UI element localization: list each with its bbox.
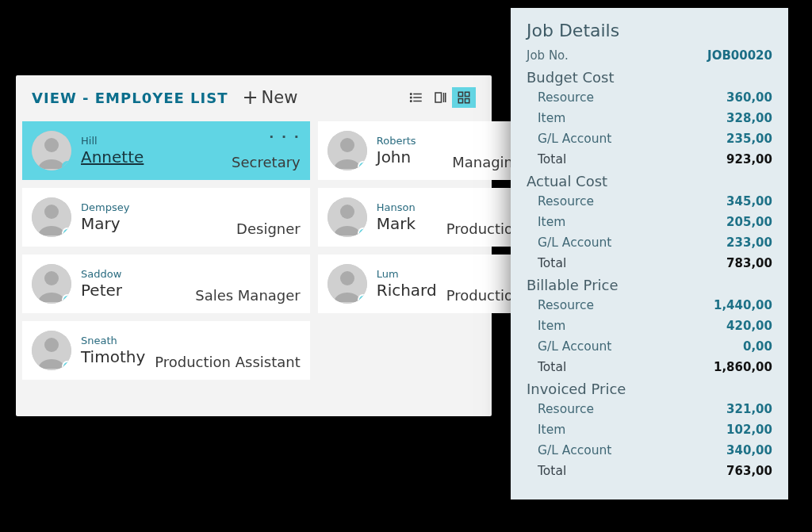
employee-firstname: Peter	[81, 281, 122, 300]
detail-row: G/L Account 233,00	[527, 232, 772, 253]
employee-list-panel: VIEW - EMPL0YEE LIST + New	[16, 75, 492, 416]
employee-card[interactable]: Dempsey Mary Designer	[22, 188, 310, 247]
detail-total-row: Total 1,860,00	[527, 357, 772, 377]
detail-key: G/L Account	[527, 235, 611, 250]
detail-value[interactable]: 340,00	[726, 443, 772, 457]
presence-icon	[62, 294, 71, 304]
detail-total-row: Total 763,00	[527, 461, 772, 481]
section-label: Actual Cost	[527, 173, 772, 189]
svg-rect-10	[465, 92, 469, 96]
detail-total-value: 783,00	[726, 256, 772, 270]
list-title: VIEW - EMPL0YEE LIST	[32, 90, 228, 106]
detail-row: Item 328,00	[527, 108, 772, 128]
view-grid-icon[interactable]	[452, 87, 476, 108]
presence-icon	[62, 161, 71, 170]
section-label: Billable Price	[527, 277, 772, 293]
avatar	[327, 264, 367, 304]
job-details-panel: Job Details Job No. JOB00020 Budget Cost…	[511, 8, 788, 499]
svg-point-24	[340, 271, 354, 285]
employee-card[interactable]: Sneath Timothy Production Assistant	[22, 321, 310, 380]
detail-row: Resource 1,440,00	[527, 295, 772, 316]
detail-key: G/L Account	[527, 339, 611, 354]
employee-grid: . . . Hill Annette Secretary Roberts Joh…	[16, 117, 492, 385]
employee-name: Sneath Timothy	[81, 335, 145, 366]
svg-rect-6	[435, 93, 442, 102]
detail-value[interactable]: 235,00	[726, 132, 772, 146]
avatar	[32, 197, 71, 237]
detail-key: Item	[527, 215, 565, 229]
avatar	[32, 131, 71, 170]
employee-name: Saddow Peter	[81, 268, 122, 300]
employee-role: Secretary	[232, 154, 301, 174]
employee-firstname: Richard	[377, 281, 437, 300]
employee-lastname: Roberts	[377, 135, 416, 147]
employee-firstname: John	[377, 147, 416, 166]
employee-role: Production Assistant	[155, 354, 301, 373]
detail-total-value: 1,860,00	[714, 360, 772, 374]
employee-card[interactable]: . . . Hill Annette Secretary	[22, 121, 310, 180]
new-button[interactable]: + New	[242, 86, 297, 109]
detail-row: Item 205,00	[527, 212, 772, 232]
employee-card[interactable]: Hanson Mark Production	[318, 188, 532, 247]
employee-role: Sales Manager	[195, 287, 301, 307]
detail-value[interactable]: 360,00	[726, 90, 772, 105]
detail-row: G/L Account 235,00	[527, 128, 772, 149]
jobno-label: Job No.	[527, 48, 569, 63]
employee-name: Dempsey Mary	[81, 201, 129, 233]
detail-value[interactable]: 345,00	[726, 194, 772, 209]
presence-icon	[62, 228, 71, 237]
detail-total-row: Total 783,00	[527, 253, 772, 274]
detail-key: Item	[527, 111, 565, 125]
detail-row: Item 102,00	[527, 419, 772, 440]
presence-icon	[358, 161, 367, 170]
employee-name: Hill Annette	[81, 135, 144, 166]
detail-value[interactable]: 328,00	[726, 111, 772, 125]
list-header: VIEW - EMPL0YEE LIST + New	[16, 75, 492, 117]
svg-rect-11	[458, 99, 462, 103]
card-more-icon[interactable]: . . .	[269, 126, 300, 141]
detail-row: G/L Account 340,00	[527, 440, 772, 461]
svg-point-16	[340, 138, 354, 152]
detail-key: Item	[527, 319, 565, 333]
presence-icon	[358, 294, 367, 304]
detail-value[interactable]: 420,00	[726, 319, 772, 333]
employee-lastname: Dempsey	[81, 201, 129, 214]
svg-point-14	[44, 138, 59, 152]
view-list-icon[interactable]	[404, 87, 428, 108]
detail-total-label: Total	[527, 464, 566, 478]
detail-value[interactable]: 0,00	[743, 339, 772, 354]
detail-row: Resource 360,00	[527, 87, 772, 108]
employee-lastname: Lum	[377, 268, 437, 281]
employee-firstname: Mark	[377, 214, 416, 233]
employee-card[interactable]: Roberts John Managing	[318, 121, 532, 180]
svg-point-3	[411, 94, 412, 95]
detail-value[interactable]: 1,440,00	[714, 298, 772, 312]
jobno-row: Job No. JOB00020	[527, 45, 772, 66]
jobno-value[interactable]: JOB00020	[707, 48, 772, 63]
employee-name: Lum Richard	[377, 268, 437, 300]
detail-total-row: Total 923,00	[527, 149, 772, 170]
section-label: Invoiced Price	[527, 381, 772, 397]
employee-card[interactable]: Saddow Peter Sales Manager	[22, 255, 310, 313]
detail-row: G/L Account 0,00	[527, 336, 772, 357]
employee-firstname: Mary	[81, 214, 129, 233]
detail-value[interactable]: 102,00	[726, 423, 772, 437]
detail-key: Resource	[527, 90, 594, 105]
svg-point-18	[44, 205, 59, 219]
employee-name: Roberts John	[377, 135, 416, 166]
svg-rect-12	[465, 99, 469, 103]
detail-row: Item 420,00	[527, 316, 772, 336]
detail-value[interactable]: 321,00	[726, 402, 772, 416]
detail-key: G/L Account	[527, 443, 611, 457]
new-button-label: New	[262, 88, 298, 107]
detail-value[interactable]: 205,00	[726, 215, 772, 229]
detail-total-value: 763,00	[726, 464, 772, 478]
detail-total-label: Total	[527, 152, 566, 166]
employee-role: Designer	[236, 220, 301, 240]
avatar	[327, 197, 367, 237]
detail-key: Resource	[527, 194, 594, 209]
detail-value[interactable]: 233,00	[726, 235, 772, 250]
plus-icon: +	[242, 86, 258, 109]
view-detail-icon[interactable]	[428, 87, 452, 108]
employee-card[interactable]: Lum Richard Production	[318, 255, 532, 313]
